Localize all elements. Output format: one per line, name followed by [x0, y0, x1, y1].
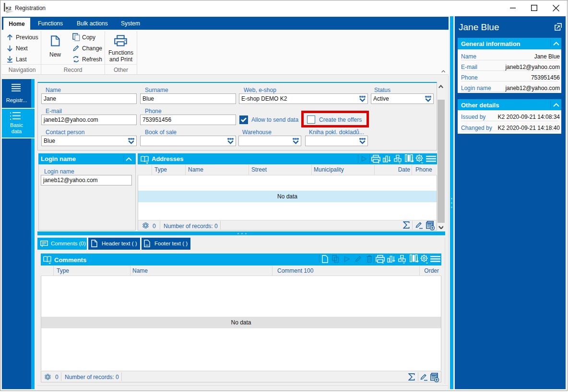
svg-text:K2: K2 [6, 6, 12, 11]
